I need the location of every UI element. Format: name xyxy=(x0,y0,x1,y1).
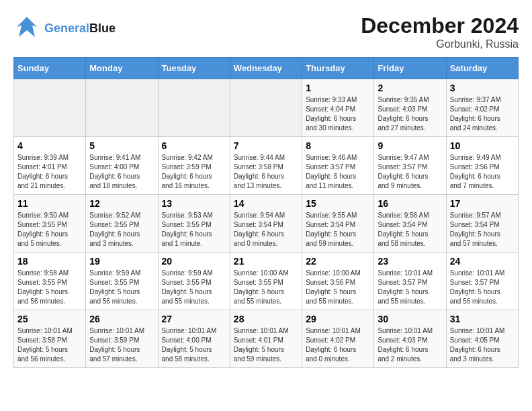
day-number: 12 xyxy=(89,198,154,209)
calendar-cell: 11Sunrise: 9:50 AMSunset: 3:55 PMDayligh… xyxy=(14,195,86,253)
calendar-cell xyxy=(86,79,158,137)
day-info: Sunrise: 10:00 AMSunset: 3:55 PMDaylight… xyxy=(234,269,298,306)
calendar-cell: 24Sunrise: 10:01 AMSunset: 3:57 PMDaylig… xyxy=(446,253,518,310)
day-number: 13 xyxy=(162,198,226,209)
calendar-cell: 6Sunrise: 9:42 AMSunset: 3:59 PMDaylight… xyxy=(158,137,230,195)
calendar-cell: 28Sunrise: 10:01 AMSunset: 4:01 PMDaylig… xyxy=(230,310,302,368)
day-info: Sunrise: 10:01 AMSunset: 4:01 PMDaylight… xyxy=(234,326,298,364)
day-info: Sunrise: 9:59 AMSunset: 3:55 PMDaylight:… xyxy=(89,269,154,306)
day-number: 17 xyxy=(450,198,515,209)
calendar-week-row: 18Sunrise: 9:58 AMSunset: 3:55 PMDayligh… xyxy=(14,253,519,310)
calendar-cell: 29Sunrise: 10:01 AMSunset: 4:02 PMDaylig… xyxy=(302,310,374,368)
calendar-week-row: 11Sunrise: 9:50 AMSunset: 3:55 PMDayligh… xyxy=(14,195,519,253)
calendar-cell: 3Sunrise: 9:37 AMSunset: 4:02 PMDaylight… xyxy=(446,79,518,137)
day-number: 6 xyxy=(162,140,226,151)
logo: GeneralBlue xyxy=(13,13,116,43)
day-info: Sunrise: 9:41 AMSunset: 4:00 PMDaylight:… xyxy=(89,153,154,191)
weekday-header: Friday xyxy=(374,58,446,79)
calendar-cell: 5Sunrise: 9:41 AMSunset: 4:00 PMDaylight… xyxy=(86,137,158,195)
day-number: 16 xyxy=(378,198,442,209)
svg-marker-0 xyxy=(17,17,37,37)
day-info: Sunrise: 9:42 AMSunset: 3:59 PMDaylight:… xyxy=(162,153,226,191)
weekday-header: Thursday xyxy=(302,58,374,79)
weekday-header: Tuesday xyxy=(158,58,230,79)
day-info: Sunrise: 9:49 AMSunset: 3:56 PMDaylight:… xyxy=(450,153,515,191)
day-number: 23 xyxy=(378,256,442,267)
day-info: Sunrise: 9:56 AMSunset: 3:54 PMDaylight:… xyxy=(378,211,442,248)
day-number: 8 xyxy=(306,140,370,151)
calendar-cell: 13Sunrise: 9:53 AMSunset: 3:55 PMDayligh… xyxy=(158,195,230,253)
calendar-cell: 15Sunrise: 9:55 AMSunset: 3:54 PMDayligh… xyxy=(302,195,374,253)
day-info: Sunrise: 10:01 AMSunset: 3:58 PMDaylight… xyxy=(17,326,82,364)
weekday-header: Saturday xyxy=(446,58,518,79)
calendar-subtitle: Gorbunki, Russia xyxy=(361,38,519,50)
day-number: 15 xyxy=(306,198,370,209)
calendar-cell: 9Sunrise: 9:47 AMSunset: 3:57 PMDaylight… xyxy=(374,137,446,195)
calendar-cell: 21Sunrise: 10:00 AMSunset: 3:55 PMDaylig… xyxy=(230,253,302,310)
day-number: 25 xyxy=(17,314,82,324)
logo-icon xyxy=(13,13,40,43)
calendar-cell: 22Sunrise: 10:00 AMSunset: 3:56 PMDaylig… xyxy=(302,253,374,310)
day-number: 14 xyxy=(234,198,298,209)
day-info: Sunrise: 9:46 AMSunset: 3:57 PMDaylight:… xyxy=(306,153,370,191)
calendar-cell: 23Sunrise: 10:01 AMSunset: 3:57 PMDaylig… xyxy=(374,253,446,310)
day-number: 11 xyxy=(17,198,82,209)
day-info: Sunrise: 10:01 AMSunset: 4:02 PMDaylight… xyxy=(306,326,370,364)
calendar-cell xyxy=(14,79,86,137)
weekday-header-row: SundayMondayTuesdayWednesdayThursdayFrid… xyxy=(14,58,519,79)
logo-text: GeneralBlue xyxy=(44,21,116,36)
calendar-week-row: 1Sunrise: 9:33 AMSunset: 4:04 PMDaylight… xyxy=(14,79,519,137)
day-number: 28 xyxy=(234,314,298,324)
calendar-week-row: 25Sunrise: 10:01 AMSunset: 3:58 PMDaylig… xyxy=(14,310,519,368)
day-number: 1 xyxy=(306,83,370,93)
calendar-cell: 18Sunrise: 9:58 AMSunset: 3:55 PMDayligh… xyxy=(14,253,86,310)
day-info: Sunrise: 9:33 AMSunset: 4:04 PMDaylight:… xyxy=(306,95,370,133)
calendar-cell: 20Sunrise: 9:59 AMSunset: 3:55 PMDayligh… xyxy=(158,253,230,310)
day-number: 31 xyxy=(450,314,515,324)
calendar-cell: 26Sunrise: 10:01 AMSunset: 3:59 PMDaylig… xyxy=(86,310,158,368)
day-info: Sunrise: 9:58 AMSunset: 3:55 PMDaylight:… xyxy=(17,269,82,306)
weekday-header: Wednesday xyxy=(230,58,302,79)
day-info: Sunrise: 9:37 AMSunset: 4:02 PMDaylight:… xyxy=(450,95,515,133)
day-info: Sunrise: 10:01 AMSunset: 4:05 PMDaylight… xyxy=(450,326,515,364)
day-info: Sunrise: 9:39 AMSunset: 4:01 PMDaylight:… xyxy=(17,153,82,191)
day-info: Sunrise: 9:35 AMSunset: 4:03 PMDaylight:… xyxy=(378,95,442,133)
calendar-cell: 2Sunrise: 9:35 AMSunset: 4:03 PMDaylight… xyxy=(374,79,446,137)
calendar-cell: 1Sunrise: 9:33 AMSunset: 4:04 PMDaylight… xyxy=(302,79,374,137)
weekday-header: Sunday xyxy=(14,58,86,79)
day-info: Sunrise: 9:44 AMSunset: 3:58 PMDaylight:… xyxy=(234,153,298,191)
day-number: 19 xyxy=(89,256,154,267)
day-number: 2 xyxy=(378,83,442,93)
day-number: 29 xyxy=(306,314,370,324)
day-number: 5 xyxy=(89,140,154,151)
day-number: 24 xyxy=(450,256,515,267)
day-info: Sunrise: 9:50 AMSunset: 3:55 PMDaylight:… xyxy=(17,211,82,248)
day-number: 26 xyxy=(89,314,154,324)
calendar-cell: 31Sunrise: 10:01 AMSunset: 4:05 PMDaylig… xyxy=(446,310,518,368)
day-info: Sunrise: 10:01 AMSunset: 3:57 PMDaylight… xyxy=(378,269,442,306)
day-number: 18 xyxy=(17,256,82,267)
calendar-cell: 27Sunrise: 10:01 AMSunset: 4:00 PMDaylig… xyxy=(158,310,230,368)
day-number: 27 xyxy=(162,314,226,324)
day-info: Sunrise: 10:01 AMSunset: 4:00 PMDaylight… xyxy=(162,326,226,364)
day-info: Sunrise: 10:00 AMSunset: 3:56 PMDaylight… xyxy=(306,269,370,306)
calendar-cell: 30Sunrise: 10:01 AMSunset: 4:03 PMDaylig… xyxy=(374,310,446,368)
calendar-cell: 4Sunrise: 9:39 AMSunset: 4:01 PMDaylight… xyxy=(14,137,86,195)
calendar-cell: 14Sunrise: 9:54 AMSunset: 3:54 PMDayligh… xyxy=(230,195,302,253)
day-number: 9 xyxy=(378,140,442,151)
day-info: Sunrise: 9:52 AMSunset: 3:55 PMDaylight:… xyxy=(89,211,154,248)
day-number: 7 xyxy=(234,140,298,151)
calendar-cell: 25Sunrise: 10:01 AMSunset: 3:58 PMDaylig… xyxy=(14,310,86,368)
day-number: 22 xyxy=(306,256,370,267)
calendar-cell: 19Sunrise: 9:59 AMSunset: 3:55 PMDayligh… xyxy=(86,253,158,310)
calendar-cell xyxy=(158,79,230,137)
page-header: GeneralBlue December 2024 Gorbunki, Russ… xyxy=(13,13,519,50)
calendar-cell: 8Sunrise: 9:46 AMSunset: 3:57 PMDaylight… xyxy=(302,137,374,195)
calendar-table: SundayMondayTuesdayWednesdayThursdayFrid… xyxy=(13,57,519,368)
day-number: 10 xyxy=(450,140,515,151)
calendar-cell: 7Sunrise: 9:44 AMSunset: 3:58 PMDaylight… xyxy=(230,137,302,195)
day-info: Sunrise: 9:59 AMSunset: 3:55 PMDaylight:… xyxy=(162,269,226,306)
calendar-cell: 17Sunrise: 9:57 AMSunset: 3:54 PMDayligh… xyxy=(446,195,518,253)
calendar-cell: 10Sunrise: 9:49 AMSunset: 3:56 PMDayligh… xyxy=(446,137,518,195)
day-info: Sunrise: 10:01 AMSunset: 3:57 PMDaylight… xyxy=(450,269,515,306)
